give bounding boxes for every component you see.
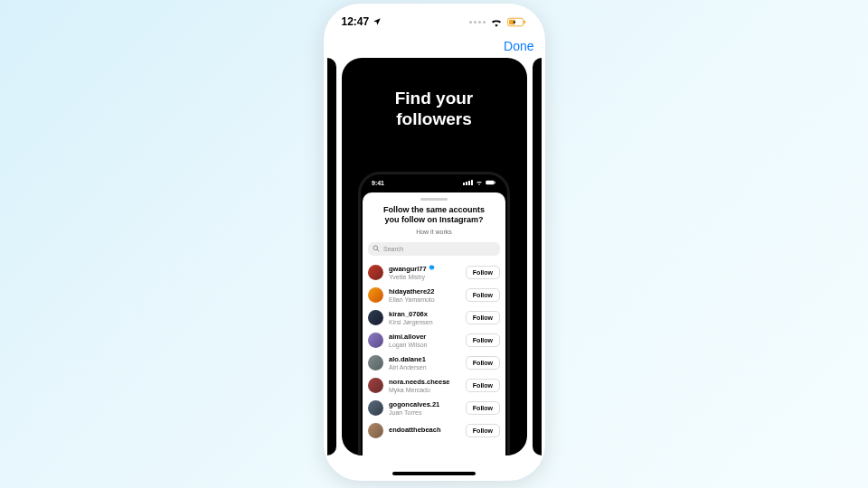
username: hidayathere22 — [389, 287, 460, 296]
fullname: Kirsi Jørgensen — [389, 319, 460, 325]
card-title: Find your followers — [342, 58, 527, 130]
svg-rect-4 — [495, 181, 495, 183]
follow-button[interactable]: Follow — [466, 333, 500, 347]
follow-sheet: Follow the same accounts you follow on I… — [363, 192, 505, 455]
user-text-column: gogoncalves.21Juan Torres — [389, 400, 460, 416]
wifi-icon — [490, 17, 503, 27]
verified-badge-icon — [429, 265, 435, 273]
follow-button[interactable]: Follow — [466, 356, 500, 370]
search-placeholder: Search — [383, 246, 403, 252]
search-icon — [373, 245, 380, 252]
avatar[interactable] — [368, 265, 383, 280]
status-time-group: 12:47 — [342, 15, 382, 28]
how-it-works-link[interactable]: How it works — [368, 229, 500, 235]
cellular-bars-icon — [463, 180, 473, 185]
follow-button[interactable]: Follow — [466, 266, 500, 279]
nested-phone-mock: 9:41 Follow the same accounts you follow… — [358, 172, 510, 455]
battery-charging-icon — [507, 17, 527, 27]
wifi-icon — [476, 180, 483, 186]
outer-status-bar: 12:47 — [324, 4, 545, 34]
username: endoatthebeach — [389, 426, 460, 434]
carousel-card-next-peek[interactable] — [533, 58, 542, 455]
nested-status-bar: 9:41 — [361, 174, 507, 189]
svg-line-6 — [377, 249, 379, 251]
fullname: Logan Wilson — [389, 342, 460, 348]
avatar[interactable] — [368, 355, 383, 371]
fullname: Juan Torres — [389, 409, 460, 416]
follow-button[interactable]: Follow — [466, 424, 500, 437]
card-title-line2: followers — [360, 109, 509, 130]
username: gwangurl77 — [389, 265, 460, 273]
user-text-column: endoatthebeach — [389, 426, 460, 435]
fullname: Yvette Mistry — [389, 274, 460, 280]
follow-button[interactable]: Follow — [466, 311, 500, 324]
fullname: Myka Mercado — [389, 387, 460, 393]
iphone-device-frame: 12:47 Done Find your followers — [324, 4, 545, 481]
list-item[interactable]: gwangurl77Yvette MistryFollow — [368, 261, 500, 284]
user-text-column: nora.needs.cheeseMyka Mercado — [389, 378, 460, 393]
location-arrow-icon — [373, 17, 382, 26]
status-right-group — [469, 17, 527, 27]
username: nora.needs.cheese — [389, 378, 460, 386]
sheet-grabber[interactable] — [420, 198, 448, 201]
username: gogoncalves.21 — [389, 400, 460, 408]
nested-time: 9:41 — [372, 180, 384, 186]
svg-point-5 — [373, 246, 378, 250]
list-item[interactable]: kiran_0706xKirsi JørgensenFollow — [368, 306, 500, 329]
home-indicator[interactable] — [392, 472, 476, 475]
user-text-column: gwangurl77Yvette Mistry — [389, 265, 460, 280]
follow-button[interactable]: Follow — [466, 379, 500, 392]
follow-button[interactable]: Follow — [466, 401, 500, 415]
user-text-column: aimi.alloverLogan Wilson — [389, 333, 460, 348]
carousel-card-prev-peek[interactable] — [327, 58, 336, 455]
username: kiran_0706x — [389, 310, 460, 318]
list-item[interactable]: gogoncalves.21Juan TorresFollow — [368, 397, 500, 419]
avatar[interactable] — [368, 423, 383, 438]
list-item[interactable]: aimi.alloverLogan WilsonFollow — [368, 329, 500, 352]
suggested-users-list: gwangurl77Yvette MistryFollowhidayathere… — [368, 261, 500, 442]
navigation-bar: Done — [324, 34, 545, 58]
list-item[interactable]: alo.dalane1Airi AndersenFollow — [368, 352, 500, 374]
username: aimi.allover — [389, 333, 460, 341]
battery-icon — [486, 180, 496, 186]
follow-button[interactable]: Follow — [466, 288, 500, 302]
done-button[interactable]: Done — [504, 39, 533, 53]
avatar[interactable] — [368, 400, 383, 416]
search-input[interactable]: Search — [368, 242, 500, 256]
fullname: Ellan Yamamoto — [389, 296, 460, 303]
username: alo.dalane1 — [389, 355, 460, 363]
avatar[interactable] — [368, 310, 383, 325]
card-title-line1: Find your — [360, 89, 509, 109]
avatar[interactable] — [368, 333, 383, 348]
onboarding-carousel[interactable]: Find your followers 9:41 Follow the same… — [324, 58, 545, 463]
cellular-dots-icon — [469, 21, 486, 23]
list-item[interactable]: hidayathere22Ellan YamamotoFollow — [368, 284, 500, 306]
status-time: 12:47 — [342, 15, 370, 28]
sheet-title: Follow the same accounts you follow on I… — [368, 205, 500, 225]
avatar[interactable] — [368, 378, 383, 393]
user-text-column: hidayathere22Ellan Yamamoto — [389, 287, 460, 303]
user-text-column: alo.dalane1Airi Andersen — [389, 355, 460, 371]
user-text-column: kiran_0706xKirsi Jørgensen — [389, 310, 460, 325]
fullname: Airi Andersen — [389, 364, 460, 371]
list-item[interactable]: nora.needs.cheeseMyka MercadoFollow — [368, 374, 500, 397]
svg-rect-2 — [524, 20, 525, 23]
carousel-card-find-followers: Find your followers 9:41 Follow the same… — [342, 58, 527, 455]
avatar[interactable] — [368, 287, 383, 303]
svg-rect-3 — [486, 180, 494, 184]
list-item[interactable]: endoatthebeachFollow — [368, 419, 500, 442]
